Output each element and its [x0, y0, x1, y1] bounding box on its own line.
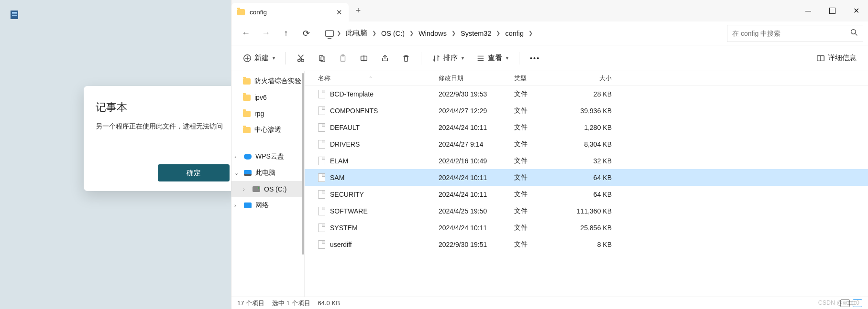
paste-button[interactable]	[334, 50, 352, 67]
dialog-message: 另一个程序正在使用此文件，进程无法访问	[96, 121, 230, 131]
nav-folder[interactable]: ipv6	[231, 89, 304, 106]
address-bar[interactable]: ❯ 此电脑 ❯ OS (C:) ❯ Windows ❯ System32 ❯ c…	[320, 25, 722, 42]
breadcrumb-config[interactable]: config	[503, 29, 526, 38]
file-size: 64 KB	[575, 174, 616, 181]
file-date: 2024/2/16 10:49	[439, 157, 514, 165]
file-row[interactable]: ELAM2024/2/16 10:49文件32 KB	[305, 152, 868, 169]
new-label: 新建	[254, 53, 269, 63]
maximize-button[interactable]	[820, 0, 844, 21]
breadcrumb-sep: ❯	[372, 30, 376, 36]
folder-icon	[243, 78, 251, 85]
file-row[interactable]: DRIVERS2024/4/27 9:14文件8,304 KB	[305, 136, 868, 152]
file-size: 8 KB	[575, 241, 616, 248]
file-row[interactable]: BCD-Template2022/9/30 19:53文件28 KB	[305, 85, 868, 102]
file-name: SAM	[330, 174, 344, 181]
file-date: 2024/4/24 10:11	[439, 174, 514, 181]
file-type: 文件	[514, 140, 575, 149]
file-icon	[318, 240, 325, 249]
breadcrumb-windows[interactable]: Windows	[417, 29, 449, 38]
svg-point-0	[851, 30, 856, 34]
rename-button[interactable]	[355, 50, 373, 67]
col-date[interactable]: 修改日期	[439, 74, 514, 83]
file-icon	[318, 123, 325, 132]
dialog-title: 记事本	[96, 100, 230, 115]
more-button[interactable]: •••	[525, 50, 545, 67]
file-row[interactable]: SECURITY2024/4/24 10:11文件64 KB	[305, 186, 868, 202]
chevron-down-icon: ⌄	[234, 170, 240, 176]
file-icon	[318, 90, 325, 98]
breadcrumb-drive[interactable]: OS (C:)	[379, 29, 407, 38]
breadcrumb-sep: ❯	[337, 30, 341, 36]
nav-wps[interactable]: ›WPS云盘	[231, 149, 304, 165]
cut-button[interactable]	[292, 50, 310, 67]
nav-this-pc[interactable]: ⌄此电脑	[231, 165, 304, 181]
share-button[interactable]	[376, 50, 394, 67]
file-row[interactable]: userdiff2022/9/30 19:51文件8 KB	[305, 236, 868, 253]
breadcrumb-sep: ❯	[451, 30, 456, 36]
file-row[interactable]: DEFAULT2024/4/24 10:11文件1,280 KB	[305, 119, 868, 136]
nav-folder[interactable]: 防火墙综合实验	[231, 73, 304, 89]
dialog-ok-button[interactable]: 确定	[158, 164, 230, 181]
window-tab[interactable]: config ✕	[231, 3, 349, 21]
file-name: DRIVERS	[330, 140, 360, 148]
breadcrumb-sep: ❯	[528, 30, 533, 36]
file-name: ELAM	[330, 157, 348, 165]
minimize-button[interactable]: —	[796, 0, 820, 21]
desktop-notepad-icon[interactable]	[11, 11, 18, 19]
chevron-right-icon: ›	[234, 154, 240, 160]
nav-network[interactable]: ›网络	[231, 197, 304, 213]
col-type[interactable]: 类型	[514, 74, 575, 83]
copy-button[interactable]	[313, 50, 331, 67]
breadcrumb-system32[interactable]: System32	[459, 29, 493, 38]
file-date: 2024/4/24 10:11	[439, 191, 514, 198]
view-button[interactable]: 查看▾	[472, 50, 513, 67]
nav-folder[interactable]: 中心渗透	[231, 122, 304, 138]
breadcrumb-sep: ❯	[496, 30, 500, 36]
file-size: 28 KB	[575, 90, 616, 98]
details-label: 详细信息	[828, 53, 857, 63]
nav-folder[interactable]: rpg	[231, 106, 304, 122]
file-icon	[318, 107, 325, 115]
close-window-button[interactable]: ✕	[844, 0, 868, 21]
col-name[interactable]: 名称⌃	[305, 74, 439, 83]
titlebar: config ✕ + — ✕	[231, 0, 868, 21]
file-row[interactable]: COMPONENTS2024/4/27 12:29文件39,936 KB	[305, 102, 868, 119]
sort-button[interactable]: 排序▾	[427, 50, 469, 67]
file-date: 2024/4/24 10:11	[439, 224, 514, 232]
file-date: 2024/4/24 10:11	[439, 124, 514, 131]
status-bar: 17 个项目 选中 1 个项目 64.0 KB	[231, 297, 868, 309]
file-icon	[318, 157, 325, 165]
cloud-icon	[244, 154, 252, 160]
file-name: SYSTEM	[330, 224, 358, 232]
col-size[interactable]: 大小	[575, 74, 616, 83]
file-name: SOFTWARE	[330, 207, 368, 215]
file-size: 39,936 KB	[575, 107, 616, 115]
file-date: 2024/4/27 12:29	[439, 107, 514, 115]
search-box[interactable]	[727, 25, 863, 42]
back-button[interactable]: ←	[236, 24, 255, 43]
nav-drive-c[interactable]: ›OS (C:)	[231, 181, 304, 197]
file-row[interactable]: SYSTEM2024/4/24 10:11文件25,856 KB	[305, 219, 868, 236]
forward-button[interactable]: →	[256, 24, 275, 43]
breadcrumb-pc[interactable]: 此电脑	[344, 28, 369, 39]
notepad-dialog: 记事本 另一个程序正在使用此文件，进程无法访问 确定	[84, 86, 242, 191]
file-list: 名称⌃ 修改日期 类型 大小 BCD-Template2022/9/30 19:…	[305, 71, 868, 297]
folder-icon	[243, 111, 251, 117]
close-tab-button[interactable]: ✕	[335, 9, 343, 16]
search-input[interactable]	[732, 30, 846, 37]
new-tab-button[interactable]: +	[349, 0, 368, 21]
file-row[interactable]: SAM2024/4/24 10:11文件64 KB	[305, 169, 868, 186]
delete-button[interactable]	[397, 50, 415, 67]
file-type: 文件	[514, 173, 575, 182]
folder-icon	[243, 95, 251, 101]
refresh-button[interactable]: ⟳	[297, 24, 316, 43]
new-button[interactable]: 新建▾	[238, 50, 280, 67]
file-row[interactable]: SOFTWARE2024/4/25 19:50文件111,360 KB	[305, 202, 868, 219]
folder-icon	[237, 9, 245, 15]
sort-asc-icon: ⌃	[369, 76, 373, 81]
up-button[interactable]: ↑	[276, 24, 296, 43]
details-button[interactable]: 详细信息	[812, 50, 861, 67]
file-icon	[318, 207, 325, 215]
chevron-right-icon: ›	[243, 186, 249, 192]
file-icon	[318, 140, 325, 149]
